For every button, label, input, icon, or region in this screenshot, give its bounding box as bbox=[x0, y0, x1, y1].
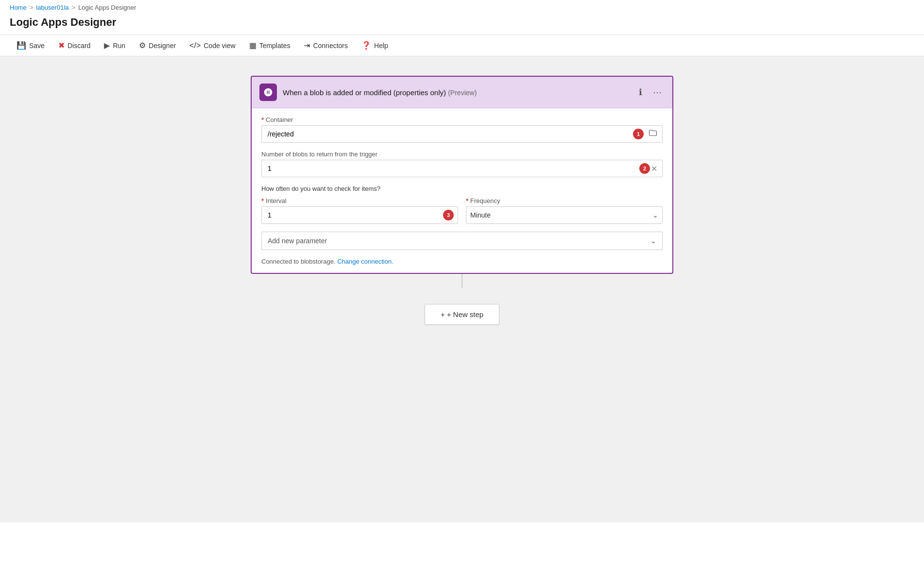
blobs-badge: 2 bbox=[639, 163, 650, 174]
frequency-field-group: * Frequency Minute ⌄ bbox=[466, 197, 663, 224]
interval-frequency-row: * Interval 3 * Frequency bbox=[261, 197, 663, 232]
frequency-value: Minute bbox=[470, 211, 491, 219]
card-header: When a blob is added or modified (proper… bbox=[252, 77, 672, 108]
toolbar: 💾 Save ✖ Discard ▶ Run ⚙ Designer </> Co… bbox=[0, 35, 924, 56]
help-icon: ❓ bbox=[361, 41, 371, 50]
save-icon: 💾 bbox=[17, 41, 26, 50]
container-label: * Container bbox=[261, 116, 663, 123]
run-button[interactable]: ▶ Run bbox=[97, 38, 132, 53]
interval-input-wrapper: 3 bbox=[261, 206, 458, 224]
breadcrumb-home[interactable]: Home bbox=[10, 4, 27, 11]
card-body: * Container 1 bbox=[252, 108, 672, 273]
top-header: Home > labuser01la > Logic Apps Designer… bbox=[0, 0, 924, 35]
container-field-group: * Container 1 bbox=[261, 116, 663, 143]
breadcrumb-current: Logic Apps Designer bbox=[78, 4, 136, 11]
add-param-dropdown[interactable]: Add new parameter ⌄ bbox=[261, 232, 663, 250]
save-button[interactable]: 💾 Save bbox=[10, 38, 51, 53]
new-step-plus-icon: + bbox=[441, 310, 445, 319]
container-input-wrapper: 1 bbox=[261, 125, 663, 143]
new-step-label: + New step bbox=[447, 310, 483, 319]
blobs-field-group: Number of blobs to return from the trigg… bbox=[261, 151, 663, 177]
add-param-chevron-icon: ⌄ bbox=[650, 237, 656, 245]
container-badge: 1 bbox=[633, 129, 644, 139]
new-step-area: + + New step bbox=[425, 304, 499, 325]
templates-button[interactable]: ▦ Templates bbox=[242, 38, 297, 53]
card-title: When a blob is added or modified (proper… bbox=[283, 88, 630, 97]
page-title: Logic Apps Designer bbox=[10, 14, 914, 33]
interval-badge: 3 bbox=[443, 210, 454, 220]
connectors-button[interactable]: ⇥ Connectors bbox=[297, 38, 355, 53]
info-button[interactable]: ℹ bbox=[636, 86, 645, 99]
canvas: When a blob is added or modified (proper… bbox=[0, 56, 924, 522]
connectors-icon: ⇥ bbox=[304, 41, 310, 50]
interval-field-group: * Interval 3 bbox=[261, 197, 458, 224]
blobs-input[interactable] bbox=[266, 165, 636, 172]
folder-icon[interactable] bbox=[648, 129, 658, 139]
blobs-clear-button[interactable]: ✕ bbox=[650, 164, 658, 173]
breadcrumb-resource[interactable]: labuser01la bbox=[36, 4, 68, 11]
help-button[interactable]: ❓ Help bbox=[355, 38, 395, 53]
connection-info: Connected to blobstorage. Change connect… bbox=[261, 258, 663, 265]
add-param-group: Add new parameter ⌄ bbox=[261, 232, 663, 250]
trigger-card: When a blob is added or modified (proper… bbox=[251, 76, 673, 274]
code-view-icon: </> bbox=[189, 41, 201, 50]
breadcrumb: Home > labuser01la > Logic Apps Designer bbox=[10, 4, 914, 11]
breadcrumb-sep1: > bbox=[30, 4, 34, 11]
add-param-text: Add new parameter bbox=[268, 237, 327, 245]
frequency-dropdown[interactable]: Minute ⌄ bbox=[466, 206, 663, 224]
blobs-input-wrapper: 2 ✕ bbox=[261, 160, 663, 177]
interval-input[interactable] bbox=[266, 211, 440, 219]
blobs-label: Number of blobs to return from the trigg… bbox=[261, 151, 663, 158]
designer-button[interactable]: ⚙ Designer bbox=[132, 38, 183, 53]
frequency-label: * Frequency bbox=[466, 197, 663, 204]
card-header-actions: ℹ ⋯ bbox=[636, 86, 665, 99]
card-icon bbox=[259, 84, 277, 101]
interval-label: * Interval bbox=[261, 197, 458, 204]
check-items-label: How often do you want to check for items… bbox=[261, 185, 663, 192]
frequency-chevron-icon: ⌄ bbox=[652, 211, 658, 219]
new-step-button[interactable]: + + New step bbox=[425, 304, 499, 325]
run-icon: ▶ bbox=[104, 41, 110, 50]
discard-icon: ✖ bbox=[58, 41, 65, 50]
breadcrumb-sep2: > bbox=[72, 4, 76, 11]
code-view-button[interactable]: </> Code view bbox=[183, 38, 242, 53]
designer-icon: ⚙ bbox=[139, 41, 146, 50]
discard-button[interactable]: ✖ Discard bbox=[51, 38, 97, 53]
preview-badge: (Preview) bbox=[448, 89, 477, 97]
change-connection-link[interactable]: Change connection. bbox=[337, 258, 394, 265]
more-options-button[interactable]: ⋯ bbox=[650, 86, 665, 99]
canvas-inner: When a blob is added or modified (proper… bbox=[243, 76, 681, 325]
container-input[interactable] bbox=[266, 130, 630, 138]
templates-icon: ▦ bbox=[249, 41, 257, 50]
connector-line bbox=[462, 274, 462, 288]
